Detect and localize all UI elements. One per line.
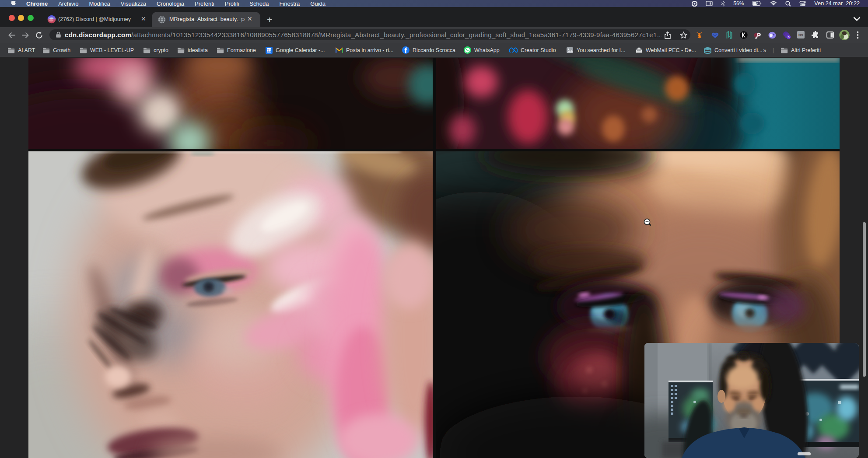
svg-text:31: 31 [267,48,271,52]
svg-text:5: 5 [788,35,789,39]
svg-text:NX: NX [798,33,804,37]
